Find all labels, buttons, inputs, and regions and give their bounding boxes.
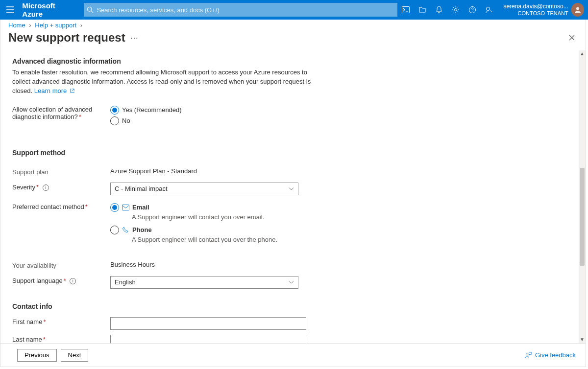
diag-heading: Advanced diagnostic information [12,57,574,65]
svg-point-9 [526,353,528,355]
svg-point-5 [472,11,473,12]
previous-button[interactable]: Previous [17,349,57,362]
help-icon[interactable] [464,0,481,20]
page-title: New support request [8,31,125,45]
learn-more-link[interactable]: Learn more [34,87,75,94]
radio-icon [110,226,119,234]
svg-point-0 [88,7,92,11]
avatar[interactable] [571,3,584,17]
learn-more-label: Learn more [34,87,67,94]
give-feedback-link[interactable]: Give feedback [525,351,576,359]
first-name-label: First name* [12,317,110,330]
contact-email-desc: A Support engineer will contact you over… [110,213,306,222]
next-button[interactable]: Next [61,349,89,362]
contact-radio-email[interactable]: Email [110,202,306,213]
first-name-input[interactable] [110,317,306,330]
phone-icon [122,226,129,233]
contact-phone-label: Phone [132,226,152,233]
svg-point-3 [455,9,457,11]
availability-value: Business Hours [110,261,155,268]
chevron-right-icon: › [78,22,84,29]
hamburger-icon [6,6,14,13]
diag-no-label: No [122,117,130,124]
crumb-home[interactable]: Home [8,22,25,29]
contact-method-label: Preferred contact method* [12,202,110,246]
svg-line-1 [92,11,94,13]
global-search-input[interactable] [97,6,394,14]
contact-email-label: Email [132,204,149,211]
support-method-heading: Support method [12,149,574,157]
account-block[interactable]: serena.davis@contoso... CONTOSO-TENANT [497,3,571,16]
info-icon[interactable]: i [70,278,76,284]
person-feedback-icon [525,351,532,359]
info-icon[interactable]: i [43,184,49,191]
language-select[interactable]: English [110,276,298,289]
diag-allow-label: Allow collection of advanced diagnostic … [12,105,110,126]
svg-rect-10 [529,352,532,354]
severity-value: C - Minimal impact [115,185,168,192]
close-icon [569,35,575,41]
chevron-down-icon [289,187,294,190]
svg-rect-2 [402,7,410,13]
notifications-icon[interactable] [431,0,447,20]
global-search[interactable] [84,3,397,17]
page-frame: Home › Help + support › New support requ… [0,20,586,367]
external-link-icon [70,88,75,93]
brand-label: Microsoft Azure [20,1,84,18]
language-label: Support language* i [12,276,110,289]
severity-label: Severity* i [12,183,110,195]
mail-icon [122,205,129,210]
radio-icon [110,106,119,115]
breadcrumb: Home › Help + support › [0,20,586,29]
scroll-thumb[interactable] [580,168,585,266]
chevron-right-icon: › [27,22,33,29]
support-plan-label: Support plan [12,167,110,176]
account-email: serena.davis@contoso... [503,3,568,10]
radio-icon [110,203,119,212]
contact-info-heading: Contact info [12,302,574,310]
cloud-shell-icon[interactable] [397,0,414,20]
diag-description: To enable faster resolution, we recommen… [12,68,316,96]
scroll-up-arrow-icon[interactable]: ▲ [579,50,586,57]
title-row: New support request ⋯ [0,29,586,50]
availability-label: Your availability [12,261,110,269]
give-feedback-label: Give feedback [535,351,576,359]
severity-select[interactable]: C - Minimal impact [110,183,298,195]
hamburger-menu-button[interactable] [0,0,20,20]
content-scroll-area: Advanced diagnostic information To enabl… [0,50,586,343]
contact-radio-phone[interactable]: Phone [110,225,306,235]
diag-yes-label: Yes (Recommended) [122,106,182,114]
search-icon [87,6,94,13]
svg-rect-8 [122,205,129,210]
feedback-icon[interactable] [481,0,497,20]
language-value: English [115,278,136,286]
crumb-help-support[interactable]: Help + support [35,22,76,29]
page-footer: Previous Next Give feedback [0,343,586,367]
account-tenant: CONTOSO-TENANT [518,10,568,17]
svg-point-7 [576,7,579,10]
settings-icon[interactable] [447,0,464,20]
chevron-down-icon [289,280,294,284]
more-actions-icon[interactable]: ⋯ [125,33,138,43]
radio-icon [110,116,119,125]
azure-top-bar: Microsoft Azure serena.davis@contoso... … [0,0,588,20]
top-icon-group [397,0,497,20]
directories-icon[interactable] [414,0,431,20]
svg-point-6 [487,7,490,11]
support-plan-value: Azure Support Plan - Standard [110,167,197,175]
scroll-down-arrow-icon[interactable]: ▼ [579,336,586,343]
close-button[interactable] [566,32,578,44]
last-name-input[interactable] [110,335,306,343]
contact-phone-desc: A Support engineer will contact you over… [110,235,306,244]
diag-radio-yes[interactable]: Yes (Recommended) [110,105,306,115]
diag-radio-no[interactable]: No [110,115,306,126]
vertical-scrollbar[interactable]: ▲ ▼ [579,50,586,343]
last-name-label: Last name* [12,335,110,343]
